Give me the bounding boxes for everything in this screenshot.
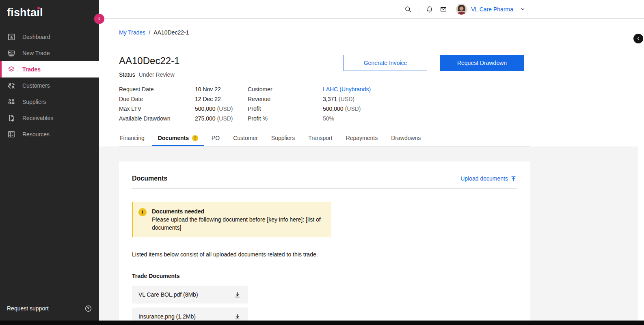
sidebar-item-receivables[interactable]: Receivables: [0, 110, 99, 126]
documents-card: Documents Upload documents ! Documents n…: [119, 161, 530, 321]
chevron-down-icon[interactable]: [520, 6, 525, 12]
detail-value: 50%: [323, 114, 524, 123]
documents-description: Listed items below consist of all upload…: [132, 251, 517, 258]
breadcrumb-separator: /: [149, 29, 150, 36]
tab-drawdowns[interactable]: Drawdowns: [385, 135, 426, 146]
status-label: Status: [119, 71, 135, 78]
detail-label: Available Drawdown: [119, 114, 195, 123]
status-line: Status Under Review: [119, 71, 179, 79]
trade-details: Request Date 10 Nov 22 Customer LAHC (Un…: [119, 84, 524, 123]
tab-documents[interactable]: Documents !: [152, 135, 204, 146]
tab-transport[interactable]: Transport: [303, 135, 338, 146]
download-icon[interactable]: [234, 291, 241, 298]
download-icon[interactable]: [234, 313, 241, 320]
sidebar: fishtaıl Dashboard New Trade Trades: [0, 0, 99, 321]
tab-suppliers[interactable]: Suppliers: [266, 135, 300, 146]
right-panel-toggle-button[interactable]: [633, 34, 643, 43]
breadcrumb-current: AA10Dec22-1: [153, 29, 189, 36]
notifications-bell-icon[interactable]: [426, 6, 433, 13]
alert-body: Please upload the following document bef…: [152, 215, 322, 232]
layers-icon: [7, 65, 15, 73]
alert-warning-icon: !: [138, 208, 147, 216]
tab-panel-background: Documents Upload documents ! Documents n…: [99, 146, 638, 321]
sidebar-item-customers[interactable]: Customers: [0, 77, 99, 94]
customer-link[interactable]: LAHC (Unybrands): [323, 86, 371, 93]
sidebar-item-suppliers[interactable]: Suppliers: [0, 94, 99, 110]
file-name: Insurance.png (1.2Mb): [138, 313, 196, 320]
search-icon[interactable]: [404, 6, 412, 13]
detail-label: Request Date: [119, 84, 195, 94]
breadcrumb-my-trades-link[interactable]: My Trades: [119, 29, 145, 36]
tab-financing[interactable]: Financing: [119, 135, 150, 146]
topbar-divider: [419, 5, 419, 14]
logo-text: fishta: [7, 6, 37, 19]
account-name-link[interactable]: VL Care Pharma: [471, 6, 513, 13]
dashboard-icon: [7, 33, 15, 41]
sidebar-item-label: Receivables: [22, 115, 53, 121]
documents-needed-alert: ! Documents needed Please upload the fol…: [132, 202, 331, 237]
avatar[interactable]: [456, 4, 467, 15]
messages-mail-icon[interactable]: [440, 6, 447, 13]
upload-icon: [510, 175, 517, 182]
status-badge: Under Review: [139, 71, 175, 78]
sidebar-item-label: Trades: [22, 66, 41, 73]
sidebar-collapse-button[interactable]: [94, 14, 104, 24]
document-add-icon: [7, 114, 15, 122]
tab-po[interactable]: PO: [206, 135, 225, 146]
sidebar-nav: Dashboard New Trade Trades Customers: [0, 29, 99, 142]
customers-icon: [7, 82, 15, 90]
detail-value: 275,000(USD): [195, 114, 248, 123]
detail-label: Profit: [248, 104, 323, 114]
main-content: My Trades / AA10Dec22-1 AA10Dec22-1 Stat…: [99, 19, 638, 321]
sidebar-item-label: Resources: [22, 131, 50, 138]
tab-repayments[interactable]: Repayments: [340, 135, 384, 146]
detail-label: Due Date: [119, 94, 195, 104]
alert-title: Documents needed: [152, 207, 322, 215]
trade-header: AA10Dec22-1 Status Under Review Generate…: [119, 55, 524, 79]
detail-value: 500,000(USD): [195, 104, 248, 114]
catalog-icon: [7, 130, 15, 138]
breadcrumb: My Trades / AA10Dec22-1: [119, 29, 638, 36]
trade-documents-heading: Trade Documents: [132, 272, 517, 280]
generate-invoice-button[interactable]: Generate Invoice: [344, 55, 427, 71]
detail-label: Customer: [248, 84, 323, 94]
sidebar-item-label: Dashboard: [22, 34, 50, 40]
detail-label: Revenue: [248, 94, 323, 104]
app-window: fishtaıl Dashboard New Trade Trades: [0, 0, 644, 325]
request-support-button[interactable]: Request support: [0, 299, 99, 321]
right-panel-collapsed: [639, 19, 644, 321]
sidebar-item-resources[interactable]: Resources: [0, 126, 99, 142]
file-row[interactable]: Insurance.png (1.2Mb): [132, 308, 248, 321]
tab-bar: Financing Documents ! PO Customer Suppli…: [119, 135, 530, 146]
card-divider: [132, 188, 517, 189]
detail-value: 500,000(USD): [323, 104, 524, 114]
page-title: AA10Dec22-1: [119, 55, 179, 67]
chevron-left-icon: [97, 16, 102, 22]
detail-label: Profit %: [248, 114, 323, 123]
sidebar-item-dashboard[interactable]: Dashboard: [0, 29, 99, 45]
sidebar-item-label: New Trade: [22, 50, 50, 56]
request-support-label: Request support: [7, 305, 49, 312]
upload-documents-link[interactable]: Upload documents: [460, 175, 517, 182]
sidebar-item-new-trade[interactable]: New Trade: [0, 45, 99, 61]
fishtail-logo[interactable]: fishtaıl: [0, 0, 99, 19]
detail-value: 10 Nov 22: [195, 84, 248, 94]
tab-customer[interactable]: Customer: [227, 135, 264, 146]
request-drawdown-button[interactable]: Request Drawdown: [440, 55, 524, 71]
money-icon: [7, 49, 15, 57]
file-name: VL Care BOL.pdf (8Mb): [138, 291, 198, 298]
detail-value: 3,371(USD): [323, 94, 524, 104]
file-row[interactable]: VL Care BOL.pdf (8Mb): [132, 286, 248, 303]
detail-value: 12 Dec 22: [195, 94, 248, 104]
detail-label: Max LTV: [119, 104, 195, 114]
topbar: VL Care Pharma: [99, 0, 644, 19]
window-bottom-edge: [0, 321, 644, 325]
sidebar-item-label: Suppliers: [22, 99, 46, 105]
sidebar-item-label: Customers: [22, 82, 50, 89]
help-icon: [84, 305, 92, 312]
group-icon: [7, 98, 15, 106]
sidebar-item-trades[interactable]: Trades: [0, 61, 99, 77]
tab-warning-badge-icon: !: [192, 135, 198, 141]
trade-actions: Generate Invoice Request Drawdown: [344, 55, 524, 71]
detail-value: LAHC (Unybrands): [323, 84, 524, 94]
